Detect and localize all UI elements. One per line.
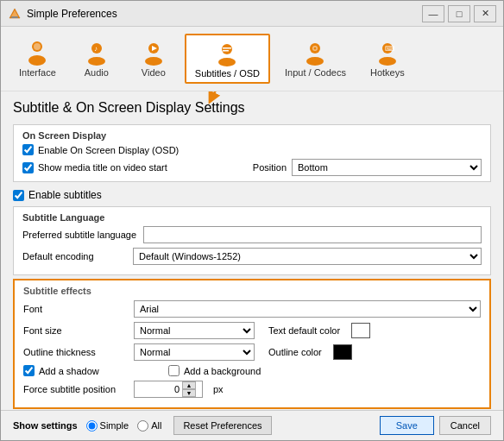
font-size-row: Font size Normal Text default color bbox=[23, 322, 481, 339]
enable-osd-row: Enable On Screen Display (OSD) bbox=[22, 144, 482, 155]
tab-hotkeys[interactable]: ⌨ Hotkeys bbox=[361, 34, 414, 84]
radio-simple-item[interactable]: Simple bbox=[86, 420, 129, 432]
tab-subtitles[interactable]: Subtitles / OSD bbox=[185, 34, 270, 84]
tab-interface[interactable]: Interface bbox=[9, 34, 66, 84]
outline-thickness-select[interactable]: Normal bbox=[134, 343, 255, 361]
radio-all-item[interactable]: All bbox=[137, 420, 161, 432]
add-shadow-label: Add a shadow bbox=[39, 366, 99, 376]
spinner-down-button[interactable]: ▼ bbox=[182, 389, 196, 397]
spinner-buttons: ▲ ▼ bbox=[182, 381, 196, 397]
radio-simple[interactable] bbox=[86, 420, 98, 432]
svg-rect-15 bbox=[223, 50, 229, 52]
tab-video[interactable]: Video bbox=[128, 34, 180, 84]
svg-point-5 bbox=[34, 43, 41, 50]
preferred-language-label: Preferred subtitle language bbox=[22, 230, 136, 240]
footer-actions: Save Cancel bbox=[380, 416, 491, 435]
interface-icon bbox=[23, 38, 51, 66]
osd-section: On Screen Display Enable On Screen Displ… bbox=[13, 124, 491, 182]
preferred-language-input[interactable] bbox=[143, 226, 482, 243]
settings-radio-group: Simple All bbox=[86, 420, 162, 432]
show-media-title-label: Show media title on video start bbox=[38, 162, 167, 173]
video-icon bbox=[140, 38, 167, 66]
encoding-select[interactable]: Default (Windows-1252) bbox=[133, 248, 482, 265]
save-button[interactable]: Save bbox=[380, 416, 434, 435]
force-position-unit: px bbox=[213, 384, 224, 394]
svg-point-7 bbox=[88, 57, 105, 66]
svg-point-12 bbox=[222, 44, 232, 54]
language-section-title: Subtitle Language bbox=[22, 212, 482, 223]
preferred-language-row: Preferred subtitle language bbox=[22, 226, 482, 243]
position-select[interactable]: Bottom bbox=[292, 159, 482, 176]
page-title: Subtitle & On Screen Display Settings bbox=[13, 100, 491, 116]
enable-subtitles-checkbox[interactable] bbox=[13, 190, 24, 201]
window-title: Simple Preferences bbox=[27, 8, 422, 20]
outline-thickness-row: Outline thickness Normal Outline color bbox=[23, 343, 481, 361]
content-area: Subtitle & On Screen Display Settings On… bbox=[1, 91, 503, 410]
tab-audio-label: Audio bbox=[85, 67, 109, 78]
language-section: Subtitle Language Preferred subtitle lan… bbox=[13, 206, 491, 275]
text-default-color-label: Text default color bbox=[268, 325, 340, 336]
add-shadow-checkbox[interactable] bbox=[23, 365, 35, 376]
radio-all[interactable] bbox=[137, 420, 148, 432]
media-title-row: Show media title on video start Position… bbox=[22, 159, 482, 176]
force-position-input[interactable] bbox=[135, 381, 182, 397]
force-position-row: Force subtitle position ▲ ▼ px bbox=[23, 381, 481, 398]
outline-color-label: Outline color bbox=[268, 347, 322, 357]
effects-section: Subtitle effects Font Arial Font size No… bbox=[13, 279, 491, 409]
font-select[interactable]: Arial bbox=[134, 300, 481, 318]
svg-point-13 bbox=[218, 58, 236, 66]
enable-osd-checkbox[interactable] bbox=[22, 144, 34, 155]
subtitles-icon bbox=[213, 39, 241, 66]
font-size-label: Font size bbox=[23, 325, 127, 336]
tab-video-label: Video bbox=[142, 67, 166, 78]
reset-preferences-button[interactable]: Reset Preferences bbox=[173, 416, 271, 435]
svg-rect-1 bbox=[11, 16, 18, 18]
add-background-checkbox[interactable] bbox=[168, 365, 180, 376]
position-label: Position bbox=[253, 162, 287, 173]
svg-rect-14 bbox=[223, 47, 231, 49]
minimize-button[interactable]: — bbox=[422, 5, 444, 22]
add-background-label: Add a background bbox=[184, 366, 261, 376]
show-media-title-checkbox-row: Show media title on video start bbox=[22, 162, 253, 173]
show-media-title-checkbox[interactable] bbox=[22, 162, 34, 173]
add-background-row: Add a background bbox=[168, 365, 261, 376]
cancel-button[interactable]: Cancel bbox=[439, 416, 491, 435]
outline-color-box[interactable] bbox=[333, 344, 352, 360]
tab-input-label: Input / Codecs bbox=[285, 67, 346, 78]
show-settings-label: Show settings bbox=[13, 420, 78, 431]
input-icon bbox=[301, 38, 329, 66]
svg-point-21 bbox=[379, 57, 396, 66]
app-icon bbox=[8, 7, 22, 21]
tab-audio[interactable]: ♪ Audio bbox=[71, 34, 123, 84]
add-shadow-row: Add a shadow bbox=[23, 365, 161, 376]
tab-hotkeys-label: Hotkeys bbox=[370, 67, 405, 78]
audio-icon: ♪ bbox=[83, 38, 110, 66]
force-position-label: Force subtitle position bbox=[23, 384, 127, 394]
encoding-row: Default encoding Default (Windows-1252) bbox=[22, 248, 482, 265]
enable-subtitles-label: Enable subtitles bbox=[28, 189, 102, 201]
force-position-spinner: ▲ ▼ bbox=[134, 381, 203, 398]
maximize-button[interactable]: □ bbox=[448, 5, 470, 22]
tab-subtitles-label: Subtitles / OSD bbox=[195, 68, 260, 79]
tab-input[interactable]: Input / Codecs bbox=[275, 34, 356, 84]
encoding-label: Default encoding bbox=[22, 251, 126, 261]
text-default-color-box[interactable] bbox=[351, 323, 370, 338]
tab-interface-label: Interface bbox=[19, 67, 56, 78]
footer: Show settings Simple All Reset Preferenc… bbox=[1, 410, 503, 440]
window-controls: — □ ✕ bbox=[422, 5, 496, 22]
svg-text:⌨: ⌨ bbox=[385, 45, 395, 53]
font-size-select[interactable]: Normal bbox=[134, 322, 255, 339]
enable-subtitles-row: Enable subtitles bbox=[13, 189, 491, 201]
osd-section-title: On Screen Display bbox=[22, 130, 482, 141]
shadow-background-row: Add a shadow Add a background bbox=[23, 365, 481, 376]
outline-thickness-label: Outline thickness bbox=[23, 347, 127, 357]
font-label: Font bbox=[23, 304, 127, 314]
svg-point-19 bbox=[314, 47, 317, 50]
hotkeys-icon: ⌨ bbox=[374, 38, 401, 66]
close-button[interactable]: ✕ bbox=[474, 5, 496, 22]
tab-toolbar: Interface ♪ Audio Video bbox=[1, 27, 503, 91]
spinner-up-button[interactable]: ▲ bbox=[182, 381, 196, 389]
svg-point-10 bbox=[145, 57, 162, 66]
radio-simple-label: Simple bbox=[100, 420, 129, 431]
effects-section-title: Subtitle effects bbox=[23, 286, 481, 296]
